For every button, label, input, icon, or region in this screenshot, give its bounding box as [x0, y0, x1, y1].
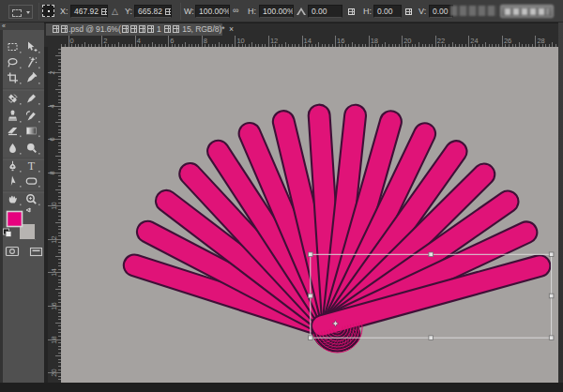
svg-text:T: T	[28, 159, 36, 173]
